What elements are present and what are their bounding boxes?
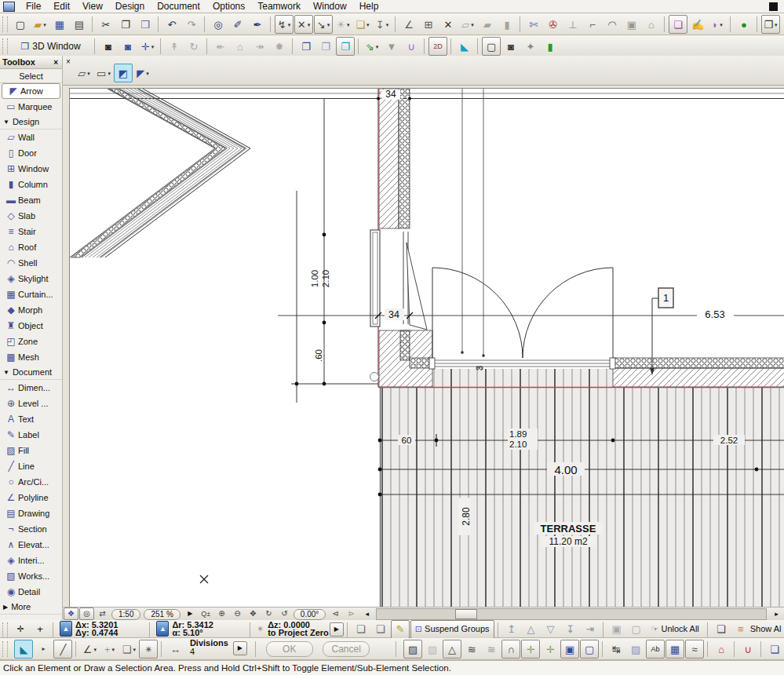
rotate-view-button[interactable]: ↺ [277, 608, 292, 620]
crosshair-icon[interactable]: ✛ [11, 620, 30, 639]
toolbox-header[interactable]: Toolbox × [0, 56, 62, 69]
display-options-button[interactable]: ❏ [765, 640, 784, 659]
selection-frame-button[interactable]: ❏ [669, 15, 687, 34]
quick-selection-button[interactable]: ◩ [114, 64, 133, 82]
cursor-snap-range-button[interactable]: ↘▾ [314, 15, 333, 34]
offset-input-button[interactable]: +▾ [100, 640, 119, 659]
fill-background-button[interactable]: ▨ [423, 640, 442, 659]
orbit-button[interactable]: ↻ [184, 37, 203, 56]
inject-parameters-button[interactable]: ✒ [248, 15, 267, 34]
toolbar-drag-handle[interactable] [2, 38, 8, 54]
elevate-button[interactable]: ⌂ [642, 15, 661, 34]
dimension-chain-left[interactable]: 1.00 2.10 .60 [291, 99, 378, 403]
toolbox-item-interior-elevation[interactable]: ◈Interi... [0, 553, 62, 568]
group-button[interactable]: ❏ [352, 620, 370, 639]
vertical-wall[interactable] [378, 89, 432, 387]
toolbox-item-text[interactable]: AText [0, 411, 62, 427]
toolbar-drag-handle[interactable] [2, 622, 8, 638]
menu-help[interactable]: Help [353, 0, 385, 13]
tracker-menu-button[interactable]: ▶ [330, 622, 344, 637]
copy-picture-button[interactable]: ❐ [297, 37, 315, 56]
toolbox-item-section[interactable]: ¬Section [0, 521, 62, 537]
order-reset-button[interactable]: ⇥ [581, 620, 600, 639]
toolbox-item-elevation[interactable]: ∧Elevat... [0, 537, 62, 553]
bring-forward-button[interactable]: △ [522, 620, 541, 639]
toolbox-item-slab[interactable]: ◇Slab [0, 208, 62, 224]
cancel-button[interactable]: Cancel [323, 641, 370, 657]
divisions-dim-button[interactable]: ↔ [166, 640, 184, 659]
parallel-tool-button[interactable]: ▰ [478, 15, 497, 34]
undo-button[interactable]: ↶ [162, 15, 181, 34]
2d-document-button[interactable]: 2D [428, 37, 447, 56]
spin-view-button[interactable]: ✸ [270, 37, 289, 56]
infobox-close-icon[interactable]: × [66, 57, 71, 66]
zoom-preview-button[interactable]: ◎ [79, 608, 94, 620]
screen-capture-button[interactable]: ▢ [482, 37, 501, 56]
zone-stamp[interactable]: TERRASSE 11.20 m2 [534, 522, 603, 547]
toolbox-item-polyline[interactable]: ∠Polyline [0, 490, 62, 505]
orientation-button[interactable]: 0.00° [294, 609, 326, 620]
marquee-selection-button[interactable]: ▭▾ [94, 64, 113, 82]
menu-view[interactable]: View [76, 0, 109, 13]
previous-view-button[interactable]: ↞ [211, 37, 230, 56]
bookmark-view-button[interactable]: ❖ [64, 608, 78, 620]
toolbox-item-column[interactable]: ▮Column [0, 177, 62, 192]
scroll-right-icon[interactable]: ▸ [769, 608, 784, 620]
floor-plan-canvas[interactable]: 3 1.00 2.10 .60 [69, 88, 784, 608]
zoom-out-button[interactable]: ⊖ [230, 608, 245, 620]
scale-button[interactable]: 1:50 [111, 609, 140, 620]
toolbox-item-stair[interactable]: ≡Stair [0, 224, 62, 239]
resize-box-button[interactable]: ▣ [622, 15, 641, 34]
zigzag-line-button[interactable]: ≋ [462, 640, 481, 659]
renovation-filter-button[interactable]: ❏ [712, 620, 731, 639]
toolbox-item-worksheet[interactable]: ▧Works... [0, 568, 62, 584]
save-button[interactable]: ▦ [50, 15, 69, 34]
zigzag-line-alt-button[interactable]: ≋ [482, 640, 501, 659]
menu-document[interactable]: Document [151, 0, 206, 13]
toolbar-drag-handle[interactable] [2, 16, 8, 32]
wall-tool-gray-button[interactable]: ▮ [498, 15, 516, 34]
zoom-menu-button[interactable]: ▶ [183, 608, 198, 620]
toolbox-item-object[interactable]: ♜Object [0, 318, 62, 334]
orbit-2d-button[interactable]: ↻ [261, 608, 276, 620]
split-button[interactable]: ✄ [524, 15, 543, 34]
slab-tool-gray-button[interactable]: ▱▾ [458, 15, 477, 34]
toolbox-item-zone[interactable]: ◰Zone [0, 334, 62, 349]
redo-button[interactable]: ↷ [182, 15, 201, 34]
copy-picture-alt-button[interactable]: ❐ [316, 37, 335, 56]
toolbox-item-roof[interactable]: ⌂Roof [0, 239, 62, 255]
eraser-button[interactable]: ◗▾ [708, 15, 727, 34]
toolbox-item-arrow[interactable]: ◤Arrow [2, 83, 60, 99]
toolbox-item-arc-circle[interactable]: ○Arc/Ci... [0, 474, 62, 490]
toolbox-item-fill[interactable]: ▨Fill [0, 443, 62, 458]
toolbar-drag-handle[interactable] [2, 641, 8, 657]
sun-shadow-button[interactable]: ☀▾ [334, 15, 352, 34]
send-backward-button[interactable]: ▽ [542, 620, 560, 639]
copy-button[interactable]: ❐ [116, 15, 135, 34]
3d-cutting-planes-button[interactable]: ⇘▾ [363, 37, 381, 56]
dimension-653[interactable]: 34 6.53 [278, 308, 784, 320]
menu-window[interactable]: Window [307, 0, 353, 13]
roof-overhang-lines[interactable] [70, 93, 784, 99]
toolbox-item-skylight[interactable]: ◈Skylight [0, 271, 62, 286]
spline-tool-button[interactable]: ≈ [685, 640, 704, 659]
protection-shield-button[interactable]: ∪ [738, 640, 757, 659]
find-select-button[interactable]: ◎ [209, 15, 228, 34]
unlock-all-button[interactable]: ☞ Unlock All [647, 620, 704, 639]
toolbox-item-mesh[interactable]: ▩Mesh [0, 349, 62, 365]
toolbox-item-level-dimension[interactable]: ⊕Level ... [0, 396, 62, 411]
next-view-button[interactable]: ↠ [250, 37, 269, 56]
render-wand-button[interactable]: ✦ [521, 37, 540, 56]
toolbox-item-curtain-wall[interactable]: ▦Curtain... [0, 286, 62, 302]
teamwork-status-button[interactable]: ● [735, 15, 753, 34]
app-icon[interactable] [3, 2, 15, 12]
fillet-button[interactable]: ◠ [603, 15, 622, 34]
toolbox-item-marquee[interactable]: ▭Marquee [0, 99, 62, 115]
horizontal-scrollbar[interactable] [376, 608, 767, 620]
marquee-3d-button[interactable]: ❐ [336, 37, 355, 56]
multiply-nodes-button[interactable]: ❏▾ [119, 640, 138, 659]
send-to-back-button[interactable]: ↧ [561, 620, 580, 639]
lock-button[interactable]: ▣ [607, 620, 626, 639]
chevron-corner-wall[interactable] [70, 89, 250, 257]
angle-input-button[interactable]: ∠▾ [80, 640, 99, 659]
